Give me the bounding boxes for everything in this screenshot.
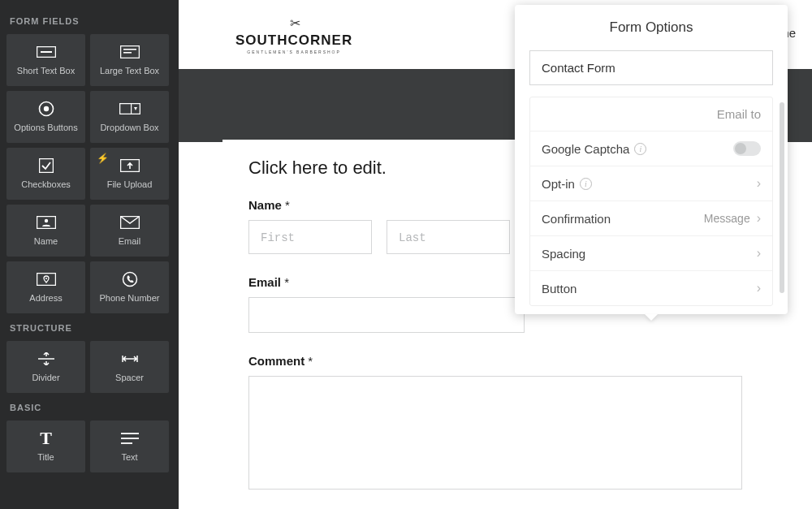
email-input[interactable] xyxy=(248,297,525,333)
option-email-to[interactable]: Email to xyxy=(530,97,772,132)
tile-options-buttons[interactable]: Options Buttons xyxy=(6,91,85,143)
upload-icon xyxy=(120,157,140,175)
tile-dropdown-box[interactable]: Dropdown Box xyxy=(90,91,169,143)
radio-icon xyxy=(38,100,54,118)
option-opt-in[interactable]: Opt-in i › xyxy=(530,166,772,201)
tile-large-text-box[interactable]: Large Text Box xyxy=(90,34,169,86)
comment-label: Comment * xyxy=(248,354,742,368)
tile-title[interactable]: T Title xyxy=(6,421,85,472)
envelope-icon xyxy=(120,214,140,231)
tile-short-text-box[interactable]: Short Text Box xyxy=(6,34,85,86)
tile-divider[interactable]: Divider xyxy=(6,341,85,393)
scrollbar[interactable] xyxy=(780,102,784,293)
spacer-icon xyxy=(120,350,140,368)
chevron-right-icon: › xyxy=(757,176,761,191)
form-options-panel: Form Options Email to Google Captcha i O… xyxy=(515,5,788,314)
short-text-icon xyxy=(37,43,56,61)
option-label: Confirmation xyxy=(542,212,611,226)
form-name-input[interactable] xyxy=(529,50,773,85)
title-icon: T xyxy=(40,429,52,447)
tile-label: Phone Number xyxy=(97,293,163,304)
options-list: Email to Google Captcha i Opt-in i › Con… xyxy=(529,97,773,306)
option-label: Button xyxy=(542,282,577,295)
tile-email[interactable]: Email xyxy=(90,205,169,257)
tile-label: Spacer xyxy=(112,373,147,384)
tile-checkboxes[interactable]: Checkboxes xyxy=(6,148,85,200)
info-icon[interactable]: i xyxy=(580,178,592,190)
logo-tagline: GENTLEMEN'S BARBERSHOP xyxy=(247,50,341,54)
tile-phone-number[interactable]: Phone Number xyxy=(90,261,169,313)
svg-point-15 xyxy=(45,278,47,279)
section-title-form-fields: FORM FIELDS xyxy=(10,16,169,26)
section-title-basic: BASIC xyxy=(10,403,169,412)
sidebar: FORM FIELDS Short Text Box Large Text Bo… xyxy=(0,0,179,509)
tile-label: Dropdown Box xyxy=(97,123,162,134)
dropdown-icon xyxy=(119,100,140,118)
lightning-icon: ⚡ xyxy=(97,153,109,164)
tile-spacer[interactable]: Spacer xyxy=(90,341,169,393)
last-name-input[interactable] xyxy=(387,220,510,254)
comment-textarea[interactable] xyxy=(248,376,742,490)
tile-label: Email xyxy=(115,236,145,248)
section-title-structure: STRUCTURE xyxy=(10,323,169,333)
tile-label: Name xyxy=(31,236,61,248)
option-label: Google Captcha xyxy=(542,142,629,156)
name-card-icon xyxy=(37,214,56,231)
first-name-input[interactable] xyxy=(248,220,372,254)
option-label: Spacing xyxy=(542,247,585,261)
checkbox-icon xyxy=(39,157,54,175)
tile-label: Address xyxy=(26,293,65,304)
panel-arrow-icon xyxy=(645,314,658,321)
svg-rect-7 xyxy=(119,104,140,114)
form-fields-grid: Short Text Box Large Text Box Options Bu… xyxy=(6,34,172,313)
tile-label: Large Text Box xyxy=(97,66,162,77)
svg-point-16 xyxy=(123,273,136,287)
svg-rect-1 xyxy=(41,51,52,53)
svg-point-12 xyxy=(44,219,47,222)
tile-label: Short Text Box xyxy=(14,66,78,77)
tile-label: Checkboxes xyxy=(18,179,74,191)
option-value: Message xyxy=(704,212,750,225)
structure-grid: Divider Spacer xyxy=(6,341,172,393)
chevron-right-icon: › xyxy=(757,281,761,295)
captcha-toggle[interactable] xyxy=(733,141,761,156)
option-label: Email to xyxy=(717,107,761,121)
tile-address[interactable]: Address xyxy=(6,261,85,313)
option-google-captcha[interactable]: Google Captcha i xyxy=(530,132,772,166)
tile-name[interactable]: Name xyxy=(6,205,85,257)
tile-label: Options Buttons xyxy=(11,123,80,134)
large-text-icon xyxy=(120,43,140,61)
chevron-right-icon: › xyxy=(757,211,761,226)
tile-label: File Upload xyxy=(104,179,156,191)
divider-icon xyxy=(37,350,56,368)
basic-grid: T Title Text xyxy=(6,421,172,472)
text-lines-icon xyxy=(121,429,139,447)
chevron-right-icon: › xyxy=(757,246,761,261)
options-panel-title: Form Options xyxy=(515,5,788,47)
logo-text: SOUTHCORNER xyxy=(235,32,352,49)
address-card-icon xyxy=(37,270,56,288)
tile-label: Title xyxy=(34,452,57,464)
info-icon[interactable]: i xyxy=(634,143,646,155)
tile-label: Text xyxy=(118,452,140,464)
site-logo: ✂ SOUTHCORNER GENTLEMEN'S BARBERSHOP xyxy=(235,15,352,54)
option-spacing[interactable]: Spacing › xyxy=(530,236,772,271)
tile-file-upload[interactable]: ⚡ File Upload xyxy=(90,148,169,200)
option-button[interactable]: Button › xyxy=(530,271,772,305)
phone-icon xyxy=(122,270,138,288)
option-confirmation[interactable]: Confirmation Message › xyxy=(530,201,772,236)
svg-rect-4 xyxy=(123,52,132,54)
svg-rect-3 xyxy=(123,49,136,50)
tile-text[interactable]: Text xyxy=(90,421,169,472)
option-label: Opt-in xyxy=(542,177,575,191)
tile-label: Divider xyxy=(28,373,63,384)
scissors-icon: ✂ xyxy=(290,15,299,31)
svg-rect-9 xyxy=(39,159,53,173)
svg-rect-8 xyxy=(131,104,132,114)
svg-point-6 xyxy=(43,106,48,111)
